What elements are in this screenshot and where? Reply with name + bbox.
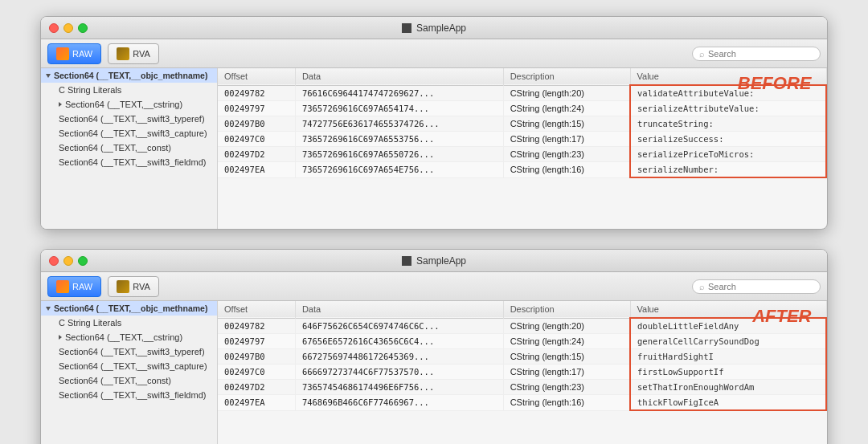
cell-data: 666697273744C6F77537570... <box>295 365 503 380</box>
search-input-before[interactable] <box>708 49 813 59</box>
cell-offset: 002497B0 <box>218 349 295 365</box>
toolbar-before: RAW RVA ⌕ <box>41 39 827 68</box>
traffic-lights-before <box>49 23 88 33</box>
cell-value: serializeSuccess: <box>630 132 826 147</box>
table-row[interactable]: 00249782 76616C69644174747269627... CStr… <box>218 85 826 101</box>
raw-icon-before <box>56 47 69 60</box>
cell-offset: 00249797 <box>218 101 295 116</box>
table-row[interactable]: 002497C0 666697273744C6F77537570... CStr… <box>218 365 826 380</box>
collapsed-icon-before-1 <box>59 102 62 107</box>
cell-offset: 002497D2 <box>218 147 295 162</box>
cell-description: CString (length:20) <box>503 85 630 101</box>
after-window: SampleApp RAW RVA ⌕ Section64 (__TEXT,__… <box>40 249 828 444</box>
cell-offset: 002497D2 <box>218 380 295 395</box>
rva-icon-before <box>117 47 129 60</box>
table-row[interactable]: 00249797 73657269616C697A654174... CStri… <box>218 101 826 116</box>
sidebar-item-fieldmd-before[interactable]: Section64 (__TEXT,__swift3_fieldmd) <box>41 155 217 169</box>
maximize-button-after[interactable] <box>78 256 88 266</box>
expand-icon-after <box>46 307 51 311</box>
data-table-after: Offset Data Description Value AFTER 0024… <box>218 301 827 411</box>
cell-description: CString (length:23) <box>503 380 630 395</box>
sidebar-item-methname-before[interactable]: Section64 (__TEXT,__objc_methname) <box>41 68 217 83</box>
sidebar-item-capture-after[interactable]: Section64 (__TEXT,__swift3_capture) <box>41 359 217 373</box>
after-label: AFTER <box>752 306 811 327</box>
cell-offset: 002497C0 <box>218 132 295 147</box>
sidebar-item-fieldmd-after[interactable]: Section64 (__TEXT,__swift3_fieldmd) <box>41 388 217 402</box>
cell-data: 73657269616C697A654174... <box>295 101 503 116</box>
sidebar-item-typeref-after[interactable]: Section64 (__TEXT,__swift3_typeref) <box>41 344 217 359</box>
cell-value: serializeNumber: <box>630 162 826 178</box>
cell-value: generalCellCarrySoundDog <box>630 334 826 349</box>
rva-tab-before[interactable]: RVA <box>108 43 159 64</box>
cell-description: CString (length:24) <box>503 334 630 349</box>
sidebar-before: Section64 (__TEXT,__objc_methname) C Str… <box>41 68 218 229</box>
cell-description: CString (length:16) <box>503 162 630 178</box>
toolbar-after: RAW RVA ⌕ <box>41 272 827 301</box>
collapsed-icon-after-1 <box>59 335 62 340</box>
table-row[interactable]: 002497C0 73657269616C697A6553756... CStr… <box>218 132 826 147</box>
table-row[interactable]: 002497EA 73657269616C697A654E756... CStr… <box>218 162 826 178</box>
cell-description: CString (length:17) <box>503 132 630 147</box>
maximize-button[interactable] <box>78 23 88 33</box>
sidebar-after: Section64 (__TEXT,__objc_methname) C Str… <box>41 301 218 444</box>
cell-offset: 002497B0 <box>218 116 295 132</box>
close-button[interactable] <box>49 23 59 33</box>
minimize-button-after[interactable] <box>63 256 73 266</box>
search-icon-after: ⌕ <box>699 282 705 291</box>
search-icon-before: ⌕ <box>699 49 705 59</box>
cell-data: 73657269616C697A6553756... <box>295 132 503 147</box>
minimize-button[interactable] <box>63 23 73 33</box>
table-row[interactable]: 002497B0 6672756974486172645369... CStri… <box>218 349 826 365</box>
cell-offset: 002497C0 <box>218 365 295 380</box>
search-box-after[interactable]: ⌕ <box>692 279 821 294</box>
sidebar-item-cstring-literals-before[interactable]: C String Literals <box>41 83 217 97</box>
sidebar-item-cstring-literals-after[interactable]: C String Literals <box>41 316 217 330</box>
cell-data: 67656E6572616C43656C6C4... <box>295 334 503 349</box>
table-row[interactable]: 00249782 646F75626C654C6974746C6C... CSt… <box>218 318 826 334</box>
sidebar-item-const-before[interactable]: Section64 (__TEXT,__const) <box>41 141 217 155</box>
cell-value: setThatIronEnoughWordAm <box>630 380 826 395</box>
close-button-after[interactable] <box>49 256 59 266</box>
table-row[interactable]: 00249797 67656E6572616C43656C6C4... CStr… <box>218 334 826 349</box>
table-area-after: Offset Data Description Value AFTER 0024… <box>218 301 827 444</box>
sidebar-item-const-after[interactable]: Section64 (__TEXT,__const) <box>41 373 217 388</box>
col-value-before: Value BEFORE <box>630 68 826 85</box>
titlebar-before: SampleApp <box>41 17 827 39</box>
col-description-after: Description <box>503 301 630 318</box>
cell-data: 73657269616C697A654E756... <box>295 162 503 178</box>
sidebar-item-capture-before[interactable]: Section64 (__TEXT,__swift3_capture) <box>41 126 217 141</box>
traffic-lights-after <box>49 256 88 266</box>
raw-icon-after <box>56 280 69 293</box>
cell-data: 76616C69644174747269627... <box>295 85 503 101</box>
search-box-before[interactable]: ⌕ <box>692 47 821 61</box>
table-row[interactable]: 002497D2 73657269616C697A6550726... CStr… <box>218 147 826 162</box>
table-header-row-before: Offset Data Description Value BEFORE <box>218 68 826 85</box>
app-icon-after <box>402 256 411 266</box>
table-row[interactable]: 002497D2 73657454686174496E6F756... CStr… <box>218 380 826 395</box>
col-offset-before: Offset <box>218 68 295 85</box>
table-header-row-after: Offset Data Description Value AFTER <box>218 301 826 318</box>
table-row[interactable]: 002497B0 74727756E636174655374726... CSt… <box>218 116 826 132</box>
search-input-after[interactable] <box>708 282 813 291</box>
cell-description: CString (length:15) <box>503 349 630 365</box>
cell-data: 646F75626C654C6974746C6C... <box>295 318 503 334</box>
sidebar-item-cstring-before[interactable]: Section64 (__TEXT,__cstring) <box>41 97 217 112</box>
cell-offset: 002497EA <box>218 395 295 411</box>
raw-tab-before[interactable]: RAW <box>47 43 101 64</box>
titlebar-after: SampleApp <box>41 250 827 272</box>
window-title-after: SampleApp <box>402 255 466 267</box>
sidebar-item-typeref-before[interactable]: Section64 (__TEXT,__swift3_typeref) <box>41 112 217 126</box>
cell-offset: 00249782 <box>218 318 295 334</box>
cell-value: thickFlowFigIceA <box>630 395 826 411</box>
sidebar-item-cstring-after[interactable]: Section64 (__TEXT,__cstring) <box>41 330 217 344</box>
table-row[interactable]: 002497EA 7468696B466C6F77466967... CStri… <box>218 395 826 411</box>
rva-tab-after[interactable]: RVA <box>108 276 159 297</box>
cell-value: truncateString: <box>630 116 826 132</box>
cell-offset: 00249797 <box>218 334 295 349</box>
cell-description: CString (length:16) <box>503 395 630 411</box>
sidebar-item-methname-after[interactable]: Section64 (__TEXT,__objc_methname) <box>41 301 217 316</box>
raw-tab-after[interactable]: RAW <box>47 276 101 297</box>
col-offset-after: Offset <box>218 301 295 318</box>
cell-data: 7468696B466C6F77466967... <box>295 395 503 411</box>
main-content-after: Section64 (__TEXT,__objc_methname) C Str… <box>41 301 827 444</box>
